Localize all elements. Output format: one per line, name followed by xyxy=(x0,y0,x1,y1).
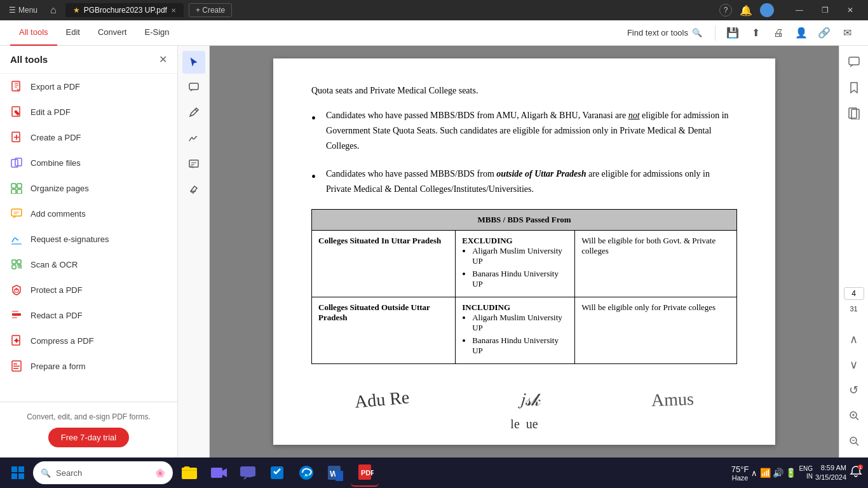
hamburger-icon: ☰ xyxy=(9,6,16,15)
tab-esign[interactable]: E-Sign xyxy=(135,20,178,46)
sidebar-item-create-pdf[interactable]: Create a PDF xyxy=(0,125,177,150)
tab-edit[interactable]: Edit xyxy=(57,20,89,46)
prepare-form-label: Prepare a form xyxy=(31,362,86,371)
notification-dot: 1 xyxy=(858,464,863,470)
table-cell-col3-row1: Will be eligible for both Govt. & Privat… xyxy=(575,231,737,297)
pen-tool[interactable] xyxy=(182,102,205,125)
toolbar-icons: 💾 ⬆ 🖨 👤 🔗 ✉ xyxy=(722,22,858,44)
sidebar-item-redact-pdf[interactable]: Redact a PDF xyxy=(0,302,177,328)
print-icon[interactable]: 🖨 xyxy=(768,22,789,44)
taskbar-word-app[interactable]: W xyxy=(322,459,349,487)
pdf-area[interactable]: Quota seats and Private Medical College … xyxy=(210,46,839,458)
taskbar-files-app[interactable] xyxy=(175,459,203,487)
link-icon[interactable]: 🔗 xyxy=(813,22,835,44)
comment-tool[interactable] xyxy=(182,76,205,99)
save-icon[interactable]: 💾 xyxy=(722,22,743,44)
user-icon[interactable]: 👤 xyxy=(790,22,812,44)
excluding-label: EXCLUDING xyxy=(462,236,512,245)
home-icon: ⌂ xyxy=(50,4,57,15)
taskbar-weather: 75°F Haze xyxy=(731,464,749,482)
sidebar-header: All tools ✕ xyxy=(0,46,177,74)
email-icon[interactable]: ✉ xyxy=(836,22,858,44)
notifications-icon[interactable]: 🔔 xyxy=(740,4,752,17)
volume-icon[interactable]: 🔊 xyxy=(773,468,783,478)
sidebar-item-combine-files[interactable]: Combine files xyxy=(0,150,177,175)
clock[interactable]: 8:59 AM 3/15/2024 xyxy=(815,463,846,483)
date-display: 3/15/2024 xyxy=(815,473,846,482)
start-button[interactable] xyxy=(5,460,31,485)
pdf-tab[interactable]: ★ PGBrochure2023 UP.pdf ✕ xyxy=(65,3,184,17)
right-comment-icon[interactable] xyxy=(843,51,865,74)
taskbar-system-tray: ∧ 📶 🔊 🔋 ENG IN xyxy=(751,465,813,480)
scroll-down-button[interactable]: ∨ xyxy=(843,353,865,376)
sidebar-item-prepare-form[interactable]: Prepare a form xyxy=(0,353,177,379)
right-pages-icon[interactable] xyxy=(843,102,865,125)
taskbar-video-app[interactable] xyxy=(205,459,233,487)
pdf-bullet-1: • Candidates who have passed MBBS/BDS fr… xyxy=(311,108,737,153)
organize-pages-icon xyxy=(10,182,23,194)
help-icon[interactable]: ? xyxy=(719,4,732,17)
text-tool[interactable]: A| xyxy=(182,152,205,175)
sidebar-item-export-pdf[interactable]: Export a PDF xyxy=(0,74,177,99)
page-total: 31 xyxy=(850,305,857,313)
tab-close-icon[interactable]: ✕ xyxy=(171,7,176,14)
table-cell-col1-row1: Colleges Situated In Uttar Pradesh xyxy=(312,231,456,297)
tab-convert[interactable]: Convert xyxy=(89,20,136,46)
signature-tool[interactable] xyxy=(182,127,205,150)
sidebar-item-organize-pages[interactable]: Organize pages xyxy=(0,175,177,201)
refresh-button[interactable]: ↺ xyxy=(843,379,865,402)
svg-rect-21 xyxy=(13,366,20,367)
home-button[interactable]: ⌂ xyxy=(46,4,60,16)
taskbar-flower-icon: 🌸 xyxy=(155,468,165,478)
create-label: + Create xyxy=(196,6,225,15)
trial-button[interactable]: Free 7-day trial xyxy=(48,428,129,447)
tab-all-tools[interactable]: All tools xyxy=(10,20,57,46)
taskbar-apps: W PDF xyxy=(175,459,379,487)
protect-pdf-label: Protect a PDF xyxy=(31,285,83,295)
close-button[interactable]: ✕ xyxy=(837,0,863,20)
eraser-tool[interactable] xyxy=(182,178,205,201)
svg-rect-5 xyxy=(11,184,16,188)
select-tool[interactable] xyxy=(182,51,205,74)
create-button[interactable]: + Create xyxy=(189,3,232,17)
title-bar: ☰ Menu ⌂ ★ PGBrochure2023 UP.pdf ✕ + Cre… xyxy=(0,0,868,20)
sidebar-item-request-esignatures[interactable]: Request e-signatures xyxy=(0,226,177,252)
zoom-in-button[interactable] xyxy=(843,404,865,427)
sidebar-item-compress-pdf[interactable]: Compress a PDF xyxy=(0,328,177,353)
taskbar-store-app[interactable] xyxy=(263,459,291,487)
find-text-button[interactable]: Find text or tools 🔍 xyxy=(621,25,709,40)
taskbar-acrobat-app[interactable]: PDF xyxy=(351,459,379,487)
sidebar-item-add-comments[interactable]: Add comments xyxy=(0,201,177,226)
taskbar-search-bar[interactable]: 🔍 Search 🌸 xyxy=(33,461,173,484)
page-number[interactable]: 4 xyxy=(844,287,864,300)
maximize-button[interactable]: ❐ xyxy=(812,0,837,20)
combine-files-label: Combine files xyxy=(31,158,81,168)
minimize-button[interactable]: — xyxy=(787,0,812,20)
signature-bottom: le ue xyxy=(311,417,737,431)
taskbar-chat-app[interactable] xyxy=(234,459,262,487)
weather-temp: 75°F xyxy=(731,464,749,474)
language-indicator[interactable]: ENG IN xyxy=(799,465,813,480)
avatar[interactable] xyxy=(760,3,774,17)
tray-icon-1[interactable]: ∧ xyxy=(751,468,757,478)
wifi-icon[interactable]: 📶 xyxy=(760,468,771,478)
pdf-page: Quota seats and Private Medical College … xyxy=(273,58,775,445)
right-bookmark-icon[interactable] xyxy=(843,76,865,99)
upload-icon[interactable]: ⬆ xyxy=(745,22,766,44)
zoom-out-button[interactable] xyxy=(843,430,865,452)
sidebar-item-edit-pdf[interactable]: Edit a PDF xyxy=(0,99,177,125)
compress-pdf-icon xyxy=(10,334,23,347)
pdf-toolbar: A| xyxy=(178,46,210,458)
table-cell-col3-row2: Will be eligible only for Private colleg… xyxy=(575,297,737,364)
sidebar-item-scan-ocr[interactable]: Scan & OCR xyxy=(0,252,177,277)
taskbar-edge-app[interactable] xyxy=(292,459,320,487)
svg-rect-16 xyxy=(12,311,18,312)
sidebar-close-button[interactable]: ✕ xyxy=(159,53,167,65)
battery-icon[interactable]: 🔋 xyxy=(785,468,796,478)
table-header: MBBS / BDS Passed From xyxy=(312,210,737,231)
sidebar-item-protect-pdf[interactable]: Protect a PDF xyxy=(0,277,177,302)
svg-rect-34 xyxy=(18,473,24,479)
notification-button[interactable]: 1 xyxy=(849,464,863,481)
menu-button[interactable]: ☰ Menu xyxy=(5,6,41,15)
scroll-up-button[interactable]: ∧ xyxy=(843,328,865,351)
